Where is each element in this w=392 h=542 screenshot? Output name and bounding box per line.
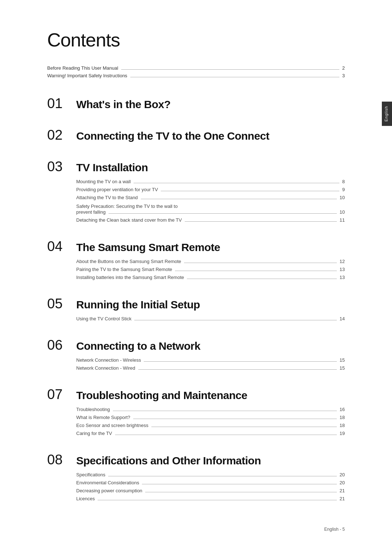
section-entry-dots [184, 263, 336, 263]
toc-entry-page: 3 [342, 73, 345, 78]
section-entry-label: Environmental Considerations [76, 480, 139, 485]
section-number: 03 [47, 159, 76, 174]
section-entry-dots [175, 271, 336, 271]
section-entry-label: Troubleshooting [76, 407, 110, 412]
section-entry-page: 21 [340, 488, 345, 493]
section-entry-label: Mounting the TV on a wall [76, 179, 131, 184]
section-entry-dots [115, 435, 337, 435]
section-number: 06 [47, 337, 76, 353]
section-entry: Detaching the Clean back stand cover fro… [76, 217, 345, 223]
toc-entry-dots [130, 77, 339, 77]
section-entry-page: 15 [340, 357, 345, 363]
section-entry-dots [151, 427, 337, 427]
section-entry: Licences 21 [76, 496, 345, 501]
section-entry-dots [142, 484, 336, 484]
section-entry-label: Detaching the Clean back stand cover fro… [76, 217, 182, 223]
section-entry-label: Caring for the TV [76, 431, 112, 436]
section-entry-inner: prevent falling 10 [76, 209, 345, 215]
section-title: Specifications and Other Information [76, 455, 261, 467]
section-header: 04 The Samsung Smart Remote [47, 239, 345, 254]
section-entry-page: 16 [340, 407, 345, 412]
section-entry-label: Providing proper ventilation for your TV [76, 187, 158, 192]
section-05: 05 Running the Initial Setup Using the T… [47, 296, 345, 321]
section-entries: About the Buttons on the Samsung Smart R… [47, 259, 345, 280]
section-entry-page: 20 [340, 472, 345, 477]
toc-entry: Before Reading This User Manual 2 [47, 65, 345, 71]
section-header: 07 Troubleshooting and Maintenance [47, 387, 345, 402]
section-entry: About the Buttons on the Samsung Smart R… [76, 259, 345, 264]
section-number: 07 [47, 387, 76, 402]
section-07: 07 Troubleshooting and Maintenance Troub… [47, 387, 345, 436]
section-entry: Pairing the TV to the Samsung Smart Remo… [76, 267, 345, 272]
section-title: TV Installation [76, 161, 148, 174]
section-entry-label: Decreasing power consumption [76, 488, 142, 493]
section-entry: Eco Sensor and screen brightness 18 [76, 423, 345, 428]
section-entry-label: Specifications [76, 472, 105, 477]
section-entry-dots [108, 476, 336, 476]
section-title: What's in the Box? [76, 98, 171, 111]
section-entry: Specifications 20 [76, 472, 345, 477]
side-tab: English [382, 102, 392, 126]
section-header: 08 Specifications and Other Information [47, 452, 345, 468]
section-title: Connecting the TV to the One Connect [76, 130, 269, 142]
section-entry-page: 21 [340, 496, 345, 501]
section-entry-page: 12 [340, 259, 345, 264]
section-header: 03 TV Installation [47, 159, 345, 174]
section-title: The Samsung Smart Remote [76, 241, 220, 254]
section-entry-dots [134, 183, 339, 183]
section-entry-page: 15 [340, 365, 345, 371]
section-entry-page: 10 [340, 209, 345, 215]
section-entry-label: Pairing the TV to the Samsung Smart Remo… [76, 267, 172, 272]
intro-entries: Before Reading This User Manual 2 Warnin… [47, 65, 345, 78]
section-entry-label: Using the TV Control Stick [76, 316, 131, 321]
page-title: Contents [47, 29, 345, 51]
section-entry: Mounting the TV on a wall 8 [76, 179, 345, 184]
toc-entry-label: Warning! Important Safety Instructions [47, 73, 127, 78]
section-08: 08 Specifications and Other Information … [47, 452, 345, 501]
sections-container: 01 What's in the Box? 02 Connecting the … [47, 96, 345, 501]
section-number: 04 [47, 239, 76, 254]
section-entries: Using the TV Control Stick 14 [47, 316, 345, 321]
section-04: 04 The Samsung Smart Remote About the Bu… [47, 239, 345, 280]
section-entry: Providing proper ventilation for your TV… [76, 187, 345, 192]
section-06: 06 Connecting to a Network Network Conne… [47, 337, 345, 371]
section-entry-label: About the Buttons on the Samsung Smart R… [76, 259, 181, 264]
section-entry-label: Network Connection - Wired [76, 365, 135, 371]
section-entry: Environmental Considerations 20 [76, 480, 345, 485]
section-entry-page: 14 [340, 316, 345, 321]
toc-entry-dots [121, 69, 339, 70]
section-entry-label: Licences [76, 496, 95, 501]
section-number: 02 [47, 127, 76, 143]
section-entry-page: 11 [340, 217, 345, 223]
section-entry-page: 13 [340, 275, 345, 280]
section-entry-dots [185, 221, 337, 222]
section-entry-label: Network Connection - Wireless [76, 357, 141, 363]
section-entry: Troubleshooting 16 [76, 407, 345, 412]
section-03: 03 TV Installation Mounting the TV on a … [47, 159, 345, 223]
section-entry-dots [187, 279, 337, 279]
section-entries: Specifications 20 Environmental Consider… [47, 472, 345, 501]
section-entry: What is Remote Support? 18 [76, 415, 345, 420]
section-02: 02 Connecting the TV to the One Connect [47, 127, 345, 143]
section-entry: Decreasing power consumption 21 [76, 488, 345, 493]
section-entry: Network Connection - Wired 15 [76, 365, 345, 371]
section-entry-dots [138, 369, 337, 370]
section-entry-label: Safety Precaution: Securing the TV to th… [76, 204, 177, 209]
section-entry-page: 20 [340, 480, 345, 485]
section-entry-page: 13 [340, 267, 345, 272]
section-entry: Installing batteries into the Samsung Sm… [76, 275, 345, 280]
section-number: 05 [47, 296, 76, 312]
section-entry-dots [161, 191, 339, 191]
section-entry-wrap: Safety Precaution: Securing the TV to th… [76, 203, 345, 215]
section-entry-dots [133, 419, 337, 419]
section-entry: Network Connection - Wireless 15 [76, 357, 345, 363]
section-entry-page: 10 [340, 195, 345, 200]
section-entry-label: prevent falling [76, 209, 106, 215]
section-header: 06 Connecting to a Network [47, 337, 345, 353]
section-entry: Caring for the TV 19 [76, 431, 345, 436]
section-title: Running the Initial Setup [76, 299, 200, 311]
section-entry-dots [109, 213, 337, 214]
toc-entry-label: Before Reading This User Manual [47, 65, 118, 71]
section-entry: Using the TV Control Stick 14 [76, 316, 345, 321]
section-header: 05 Running the Initial Setup [47, 296, 345, 312]
